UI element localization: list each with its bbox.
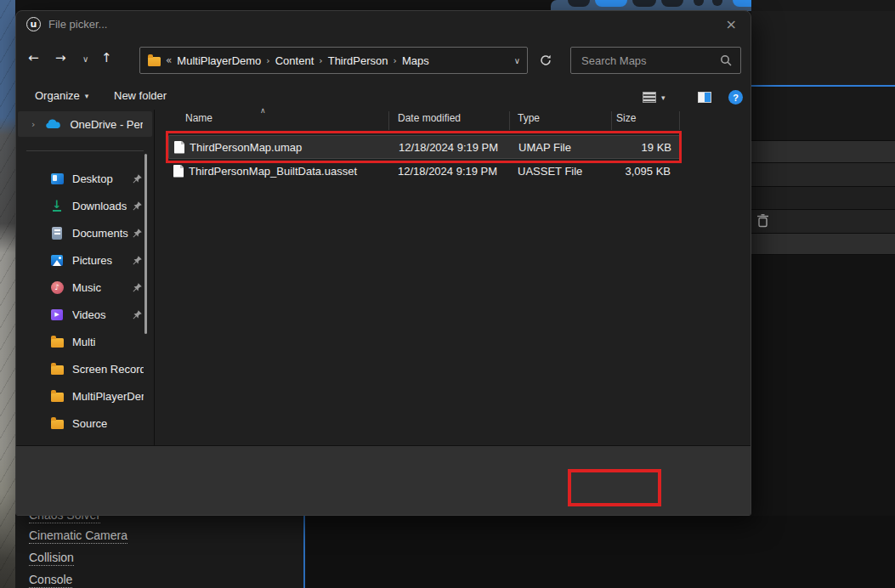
- forward-icon[interactable]: →: [55, 50, 66, 65]
- sidebar-item-downloads[interactable]: ↓ Downloads: [16, 194, 154, 218]
- sidebar-item-label: Pictures: [72, 254, 112, 267]
- change-view-button[interactable]: ▾: [643, 92, 666, 103]
- downloads-icon: ↓: [50, 199, 64, 212]
- property-row: [751, 140, 895, 162]
- desktop-icon: [50, 172, 64, 185]
- toolbar-pill: [595, 0, 627, 7]
- sidebar-item-source[interactable]: Source: [16, 411, 154, 435]
- sidebar-item-desktop[interactable]: Desktop: [16, 167, 154, 190]
- refresh-icon[interactable]: [535, 50, 557, 71]
- breadcrumb-separator-icon: ›: [394, 55, 397, 66]
- file-size: 3,095 KB: [611, 165, 671, 178]
- search-box[interactable]: [570, 47, 741, 74]
- pin-icon[interactable]: [132, 309, 143, 320]
- breadcrumb-segment[interactable]: Content: [275, 54, 314, 67]
- sidebar-item-label: Desktop: [72, 172, 113, 185]
- column-header-date-modified[interactable]: Date modified: [398, 112, 461, 124]
- preview-pane-button[interactable]: [698, 92, 711, 103]
- column-header-type[interactable]: Type: [518, 112, 540, 124]
- folder-icon: [50, 335, 64, 348]
- new-folder-button[interactable]: New folder: [114, 89, 167, 102]
- sidebar-scrollbar[interactable]: [144, 154, 147, 334]
- toolbar-pill: [632, 0, 656, 7]
- recent-locations-icon[interactable]: ∨: [82, 54, 88, 64]
- sidebar-item-onedrive[interactable]: › OneDrive - Perso: [18, 111, 152, 137]
- sidebar-item-videos[interactable]: ▶ Videos: [16, 302, 154, 326]
- breadcrumb-segment[interactable]: ThirdPerson: [328, 54, 388, 67]
- dropdown-icon: ▾: [85, 92, 89, 100]
- search-input[interactable]: [580, 54, 707, 68]
- file-row-thirdpersonmap[interactable]: ThirdPersonMap.umap 12/18/2024 9:19 PM U…: [168, 135, 680, 159]
- property-row: [751, 209, 895, 233]
- pictures-icon: [50, 253, 64, 267]
- sidebar-item-screen-recordings[interactable]: Screen Recordin: [16, 357, 154, 381]
- expand-chevron-icon[interactable]: ›: [31, 119, 35, 130]
- property-row: [751, 162, 895, 186]
- help-icon: ?: [733, 93, 739, 103]
- dialog-titlebar[interactable]: u File picker... ×: [16, 11, 751, 38]
- screen: Chaos Solver Cinematic Camera Collision …: [0, 0, 895, 588]
- breadcrumb-segment[interactable]: MultiPlayerDemo: [177, 54, 261, 67]
- search-icon[interactable]: [720, 54, 732, 66]
- documents-icon: [50, 226, 64, 240]
- category-link-cinematic-camera[interactable]: Cinematic Camera: [29, 529, 127, 544]
- file-date-modified: 12/18/2024 9:19 PM: [398, 165, 497, 178]
- onedrive-icon: [45, 119, 61, 129]
- category-link-console[interactable]: Console: [29, 573, 72, 588]
- sidebar-item-label: Documents: [72, 227, 128, 240]
- file-size: 19 KB: [612, 141, 671, 154]
- column-header-name[interactable]: Name: [185, 112, 212, 124]
- close-icon[interactable]: ×: [721, 16, 742, 32]
- category-link-collision[interactable]: Collision: [29, 551, 74, 566]
- sidebar-item-label: OneDrive - Perso: [70, 118, 143, 131]
- address-bar[interactable]: « MultiPlayerDemo › Content › ThirdPerso…: [139, 47, 528, 74]
- breadcrumb-separator-icon: ›: [266, 55, 269, 66]
- file-row-thirdpersonmap-builtdata[interactable]: ThirdPersonMap_BuiltData.uasset 12/18/20…: [168, 159, 680, 183]
- column-divider[interactable]: [611, 111, 612, 130]
- file-name: ThirdPersonMap_BuiltData.uasset: [189, 165, 357, 178]
- back-icon[interactable]: ←: [28, 50, 39, 65]
- toolbar-pill: [661, 0, 683, 7]
- dialog-footer: File name: ThirdPersonMap.umap ∨ All fil…: [16, 445, 751, 516]
- column-divider[interactable]: [388, 111, 389, 130]
- sidebar-item-documents[interactable]: Documents: [16, 221, 154, 245]
- sidebar-item-label: Downloads: [72, 200, 127, 212]
- pin-icon[interactable]: [132, 228, 143, 239]
- file-type: UASSET File: [518, 165, 582, 178]
- sidebar-item-multiplayerdemo[interactable]: MultiPlayerDem: [16, 384, 154, 408]
- breadcrumb-segment[interactable]: Maps: [402, 54, 429, 67]
- sidebar-item-label: Screen Recordin: [72, 363, 144, 376]
- dialog-title: File picker...: [48, 18, 107, 31]
- pin-icon[interactable]: [132, 201, 143, 212]
- sidebar-item-pictures[interactable]: Pictures: [16, 248, 154, 272]
- trash-icon[interactable]: [756, 214, 769, 228]
- panel-accent-line: [751, 85, 895, 87]
- pin-icon[interactable]: [132, 255, 143, 266]
- help-button[interactable]: ?: [728, 90, 743, 105]
- pin-icon[interactable]: [132, 173, 143, 184]
- breadcrumb-overflow-icon[interactable]: «: [166, 54, 172, 66]
- address-dropdown-icon[interactable]: ∨: [514, 56, 520, 65]
- breadcrumb-separator-icon: ›: [319, 55, 322, 66]
- file-icon: [174, 141, 184, 154]
- navigation-pane: › OneDrive - Perso Desktop ↓ Downloads D…: [16, 110, 154, 445]
- column-divider[interactable]: [509, 111, 510, 130]
- column-divider[interactable]: [679, 111, 680, 130]
- sidebar-item-multi[interactable]: Multi: [16, 330, 154, 353]
- column-header-size[interactable]: Size: [616, 112, 636, 124]
- organize-button[interactable]: Organize ▾: [35, 89, 88, 102]
- sidebar-item-music[interactable]: ♪ Music: [16, 275, 154, 299]
- details-panel-header: [751, 11, 895, 85]
- command-bar: Organize ▾ New folder ▾ ?: [16, 86, 751, 110]
- videos-icon: ▶: [50, 308, 64, 321]
- navigation-bar: ← → ∨ ↑ « MultiPlayerDemo › Content › Th…: [16, 47, 751, 74]
- up-icon[interactable]: ↑: [101, 50, 112, 65]
- unreal-logo-icon: u: [26, 17, 41, 31]
- file-icon: [173, 165, 184, 178]
- pin-icon[interactable]: [132, 282, 143, 293]
- sort-ascending-icon: ∧: [260, 106, 266, 115]
- file-name: ThirdPersonMap.umap: [190, 141, 302, 154]
- sidebar-item-label: Source: [72, 417, 107, 430]
- file-list: ∧ Name Date modified Type Size ThirdPers…: [154, 110, 751, 445]
- property-row: [751, 233, 895, 254]
